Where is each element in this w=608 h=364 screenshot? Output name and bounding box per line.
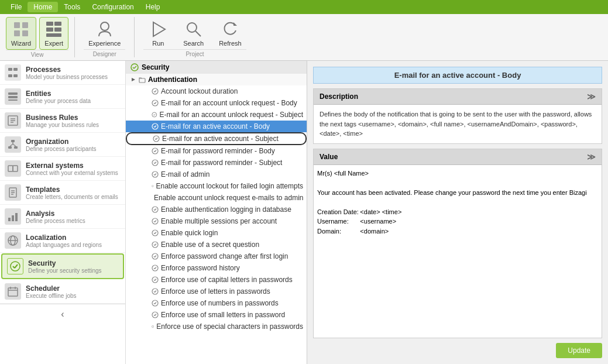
tree-item-9[interactable]: Enable account unlock request e-mails to… <box>126 192 307 204</box>
tree-item-17[interactable]: Enforce use of letters in passwords <box>126 286 307 297</box>
svg-line-46 <box>15 265 18 268</box>
svg-rect-32 <box>13 166 18 171</box>
description-collapse-button[interactable]: ≫ <box>587 92 596 101</box>
sidebar-item-processes[interactable]: Processes Model your business processes <box>0 61 125 85</box>
svg-line-106 <box>155 279 157 281</box>
update-button[interactable]: Update <box>556 343 602 358</box>
tree-item-11[interactable]: Enable multiple sessions per account <box>126 215 307 227</box>
tree-item-0[interactable]: Account lockout duration <box>126 85 307 97</box>
tree-item-12[interactable]: Enable quick login <box>126 227 307 239</box>
tree-item-16[interactable]: Enforce use of capital letters in passwo… <box>126 274 307 286</box>
tree-item-3[interactable]: E-mail for an active account - Body <box>126 121 307 132</box>
left-sidebar: Processes Model your business processes … <box>0 61 126 364</box>
item-icon-6 <box>152 159 159 166</box>
svg-line-76 <box>155 162 157 164</box>
item-icon-16 <box>152 276 159 283</box>
item-icon-2 <box>152 111 157 118</box>
experience-label: Experience <box>88 40 121 47</box>
svg-line-30 <box>13 144 16 146</box>
value-header-label: Value <box>320 153 338 161</box>
svg-line-91 <box>155 221 157 222</box>
main-layout: Processes Model your business processes … <box>0 61 608 364</box>
tree-item-7[interactable]: E-mail of admin <box>126 169 307 180</box>
sidebar-item-scheduler[interactable]: Scheduler Execute offline jobs <box>0 280 125 304</box>
svg-rect-7 <box>54 28 61 32</box>
svg-point-44 <box>11 262 20 271</box>
auth-folder-icon <box>139 76 146 83</box>
item-icon-4 <box>153 135 160 142</box>
svg-line-29 <box>10 144 13 146</box>
svg-line-58 <box>155 91 157 92</box>
sidebar-item-analysis[interactable]: Analysis Define process metrics <box>0 205 125 229</box>
svg-rect-39 <box>12 215 14 221</box>
tree-item-19[interactable]: Enforce use of small letters in password <box>126 309 307 321</box>
item-icon-3 <box>152 123 159 130</box>
analysis-title: Analysis <box>26 210 85 218</box>
sidebar-item-templates[interactable]: Templates Create letters, documents or e… <box>0 181 125 205</box>
menu-home[interactable]: Home <box>28 2 58 12</box>
run-label: Run <box>152 40 164 47</box>
sidebar-item-entities[interactable]: Entities Define your process data <box>0 85 125 109</box>
svg-line-94 <box>155 232 157 234</box>
search-button[interactable]: Search <box>178 18 208 49</box>
run-button[interactable]: Run <box>143 18 173 49</box>
sidebar-item-business-rules[interactable]: Business Rules Manage your business rule… <box>0 109 125 133</box>
svg-marker-54 <box>132 78 135 81</box>
tree-item-6[interactable]: E-mail for password reminder - Subject <box>126 157 307 169</box>
business-rules-icon <box>5 112 21 129</box>
item-icon-18 <box>152 300 159 307</box>
wizard-button[interactable]: Wizard <box>6 17 36 50</box>
external-systems-title: External systems <box>26 162 118 170</box>
menu-help[interactable]: Help <box>140 2 166 12</box>
tree-item-10[interactable]: Enable authentication logging in databas… <box>126 204 307 215</box>
middle-scroll-container: Authentication Account lockout duration … <box>126 74 307 364</box>
tree-item-15[interactable]: Enforce password history <box>126 262 307 274</box>
localization-icon <box>5 232 21 249</box>
sidebar-item-organization[interactable]: Organization Define process participants <box>0 133 125 157</box>
menu-tools[interactable]: Tools <box>58 2 86 12</box>
tree-item-20[interactable]: Enforce use of special characters in pas… <box>126 321 307 332</box>
svg-line-115 <box>155 314 157 316</box>
middle-panel-title: Security <box>142 63 169 71</box>
menu-file[interactable]: File <box>5 2 28 12</box>
entities-sub: Define your process data <box>26 98 91 104</box>
security-sub: Define your security settings <box>28 267 102 274</box>
menu-configuration[interactable]: Configuration <box>86 2 139 12</box>
search-icon <box>184 20 203 39</box>
description-section: Description ≫ Defines the body of the no… <box>313 88 602 144</box>
tree-item-2[interactable]: E-mail for an account unlock request - S… <box>126 109 307 121</box>
localization-title: Localization <box>26 233 102 242</box>
refresh-icon <box>221 20 239 39</box>
tree-item-8[interactable]: Enable account lockout for failed login … <box>126 180 307 192</box>
svg-line-118 <box>153 326 153 327</box>
tree-authentication-header[interactable]: Authentication <box>126 74 307 85</box>
tree-item-4[interactable]: E-mail for an active account - Subject <box>126 132 307 145</box>
expert-button[interactable]: Expert <box>39 17 68 50</box>
tree-item-1[interactable]: E-mail for an account unlock request - B… <box>126 97 307 109</box>
run-icon <box>149 20 167 39</box>
sidebar-collapse-button[interactable]: ‹ <box>61 309 64 319</box>
item-icon-11 <box>152 218 159 225</box>
description-section-header: Description ≫ <box>314 89 602 105</box>
tree-item-14[interactable]: Enforce password change after first logi… <box>126 250 307 262</box>
value-collapse-button[interactable]: ≫ <box>587 152 596 162</box>
sidebar-item-security[interactable]: Security Define your security settings <box>1 253 124 279</box>
item-icon-1 <box>152 99 159 107</box>
expert-label: Expert <box>44 40 63 47</box>
sidebar-item-external-systems[interactable]: External systems Connect with your exter… <box>0 157 125 181</box>
experience-button[interactable]: Experience <box>84 18 125 49</box>
tree-item-5[interactable]: E-mail for password reminder - Body <box>126 145 307 157</box>
toolbar: Wizard Expert View Experience Designer <box>0 14 608 61</box>
tree-expand-icon <box>130 77 136 83</box>
business-rules-title: Business Rules <box>26 114 99 122</box>
svg-rect-20 <box>8 99 18 101</box>
sidebar-item-localization[interactable]: Localization Adapt languages and regions <box>0 229 125 253</box>
svg-rect-47 <box>8 288 18 296</box>
external-systems-icon <box>5 160 21 177</box>
value-textarea[interactable] <box>314 165 602 235</box>
tree-item-13[interactable]: Enable use of a secret question <box>126 239 307 250</box>
tree-item-18[interactable]: Enforce use of numbers in passwords <box>126 297 307 309</box>
svg-rect-26 <box>8 146 12 149</box>
refresh-button[interactable]: Refresh <box>214 18 246 49</box>
svg-rect-14 <box>8 68 12 71</box>
